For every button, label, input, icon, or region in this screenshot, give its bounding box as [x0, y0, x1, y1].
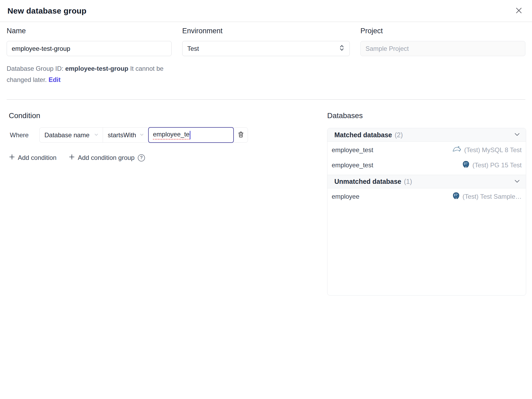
unmatched-database-title: Unmatched database(1): [334, 178, 412, 185]
matched-database-title: Matched database(2): [334, 131, 403, 139]
unmatched-database-rows: employee (Test) Test Sample…: [327, 188, 526, 206]
condition-field-select[interactable]: Database name: [40, 128, 103, 142]
condition-row: Where Database name startsWith: [7, 127, 321, 143]
add-condition-group-button[interactable]: Add condition group ?: [69, 154, 145, 162]
database-group-id-helper: Database Group ID: employee-test-group I…: [7, 63, 172, 85]
page-title: New database group: [7, 6, 86, 15]
condition-value-input[interactable]: employee_te: [148, 127, 234, 143]
database-name: employee_test: [332, 161, 373, 169]
chevron-down-icon: [139, 131, 144, 139]
edit-id-link[interactable]: Edit: [48, 76, 60, 83]
postgresql-elephant-icon: [462, 161, 470, 170]
chevron-down-icon: [514, 178, 521, 186]
condition-operator-select[interactable]: startsWith: [103, 128, 148, 142]
unmatched-database-count: (1): [404, 178, 412, 185]
project-select-disabled: Sample Project: [360, 41, 525, 56]
instance-label: (Test) MySQL 8 Test: [464, 146, 522, 154]
unmatched-database-section-header[interactable]: Unmatched database(1): [327, 175, 526, 188]
matched-database-rows: employee_test (Test) MySQL 8 Test employ…: [327, 142, 526, 175]
condition-value-text: employee_te: [153, 131, 189, 140]
condition-actions: Add condition Add condition group ?: [7, 154, 321, 162]
chevrons-up-down-icon: [339, 44, 345, 53]
environment-field-group: Environment Test: [182, 27, 350, 56]
instance-label: (Test) PG 15 Test: [472, 161, 522, 169]
database-name: employee_test: [332, 146, 373, 154]
database-group-id-value: employee-test-group: [65, 65, 128, 72]
name-field-group: Name: [7, 27, 172, 56]
question-circle-icon[interactable]: ?: [138, 154, 145, 161]
matched-database-count: (2): [395, 131, 403, 139]
databases-panel: Matched database(2) employee_test: [327, 128, 526, 296]
condition-heading: Condition: [9, 111, 321, 120]
database-instance: (Test) PG 15 Test: [462, 161, 522, 170]
condition-expression-group: Database name startsWith: [39, 127, 248, 143]
section-divider: [7, 99, 525, 100]
databases-heading: Databases: [327, 111, 526, 120]
name-input[interactable]: [7, 41, 172, 56]
database-row: employee (Test) Test Sample…: [327, 189, 526, 204]
form-grid: Name Environment Test Project Sample Pro…: [0, 27, 532, 56]
environment-label: Environment: [182, 27, 350, 35]
text-cursor: [190, 131, 190, 139]
chevron-down-icon: [94, 131, 99, 139]
add-condition-button[interactable]: Add condition: [9, 154, 56, 162]
add-condition-label: Add condition: [18, 154, 56, 161]
databases-section: Databases Matched database(2) employee_t…: [327, 111, 526, 296]
environment-selected-value: Test: [187, 45, 199, 52]
chevron-down-icon: [514, 131, 521, 139]
environment-select[interactable]: Test: [182, 41, 350, 56]
section-title-text: Unmatched database: [334, 178, 401, 185]
lower-section: Condition Where Database name startsWith: [0, 111, 532, 296]
plus-icon: [9, 154, 15, 162]
database-row: employee_test (Test) PG 15 Test: [327, 157, 526, 173]
close-button[interactable]: [513, 5, 525, 17]
postgresql-elephant-icon: [452, 192, 460, 201]
condition-operator-value: startsWith: [108, 131, 136, 139]
delete-condition-button[interactable]: [234, 128, 248, 142]
condition-field-value: Database name: [44, 131, 89, 139]
plus-icon: [69, 154, 75, 162]
database-row: employee_test (Test) MySQL 8 Test: [327, 142, 526, 157]
database-instance: (Test) MySQL 8 Test: [452, 146, 522, 154]
project-selected-value: Sample Project: [365, 45, 409, 52]
instance-label: (Test) Test Sample…: [463, 193, 522, 200]
dialog-header: New database group: [0, 0, 532, 22]
database-name: employee: [332, 193, 359, 200]
where-label: Where: [10, 131, 39, 139]
condition-section: Condition Where Database name startsWith: [7, 111, 321, 296]
name-label: Name: [7, 27, 172, 35]
add-condition-group-label: Add condition group: [78, 154, 135, 161]
x-icon: [515, 7, 522, 15]
database-instance: (Test) Test Sample…: [452, 192, 522, 201]
trash-icon: [237, 131, 244, 139]
project-label: Project: [360, 27, 525, 35]
matched-database-section-header[interactable]: Matched database(2): [327, 128, 526, 142]
project-field-group: Project Sample Project: [360, 27, 525, 56]
mysql-dolphin-icon: [452, 146, 462, 154]
id-helper-prefix: Database Group ID:: [7, 65, 65, 72]
section-title-text: Matched database: [334, 131, 392, 139]
